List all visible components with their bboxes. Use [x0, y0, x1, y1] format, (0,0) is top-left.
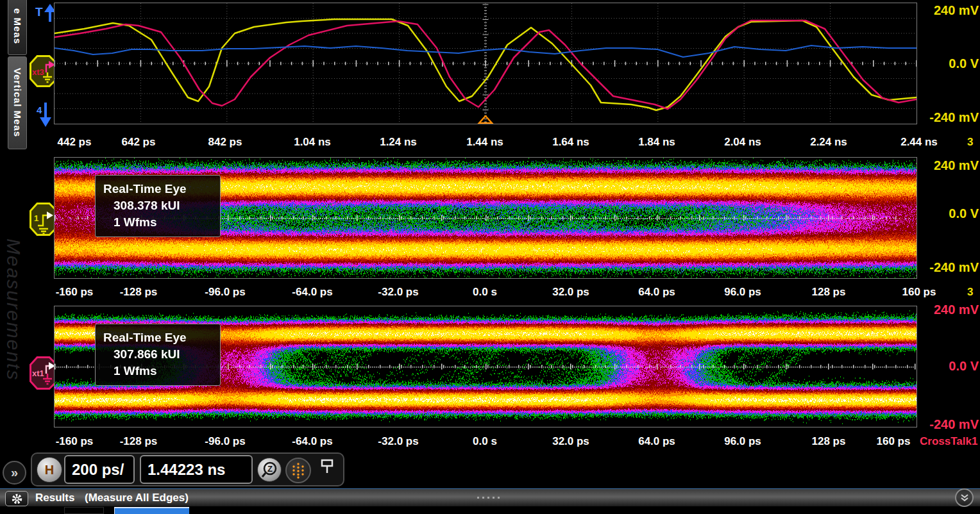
- rt-eye-annotation-lower[interactable]: Real-Time Eye 307.866 kUI 1 Wfms: [95, 324, 221, 386]
- axis-tick-label: 96.0 ps: [724, 433, 761, 451]
- axis-tick-label: 96.0 ps: [724, 283, 761, 301]
- zoom-button[interactable]: Z: [257, 458, 282, 482]
- intensity-grid-button[interactable]: [285, 458, 311, 483]
- axis-tick-label: -96.0 ps: [205, 283, 245, 301]
- axis-tick-label: 1.64 ns: [552, 133, 589, 151]
- axis-tick-label: 64.0 ps: [638, 433, 675, 451]
- sidebar-tab-vertical-meas[interactable]: Vertical Meas: [8, 56, 27, 149]
- axis-tick-label: 1.84 ns: [638, 133, 675, 151]
- axis-tick-label: 442 ps: [58, 133, 92, 151]
- zoom-z-icon: Z: [260, 460, 279, 479]
- rt-eye-wfms: 1 Wfms: [103, 214, 214, 231]
- axis-tick-label: 160 ps: [877, 433, 911, 451]
- axis-tick-label: -64.0 ps: [292, 433, 332, 451]
- y-label-bottom: -240 mV: [921, 110, 979, 125]
- rt-eye-title: Real-Time Eye: [103, 329, 214, 346]
- axis-tick-label: -32.0 ps: [378, 283, 418, 301]
- axis-tick-label: 1.04 ns: [294, 133, 331, 151]
- axis-tick-label: 842 ps: [208, 133, 242, 151]
- axis-tick-label: 2.04 ns: [724, 133, 761, 151]
- results-settings-button[interactable]: [5, 491, 28, 506]
- axis-tick-label: 0.0 s: [473, 433, 497, 451]
- axis-tick-label: 1.44 ns: [466, 133, 503, 151]
- sidebar-tab-vertical-meas-label: Vertical Meas: [12, 68, 23, 137]
- expand-panel-button[interactable]: »: [3, 461, 26, 485]
- axis-tick-label: 160 ps: [902, 283, 936, 301]
- timebase-position-field[interactable]: 1.44223 ns: [140, 455, 253, 484]
- results-bar: Results (Measure All Edges): [0, 488, 980, 506]
- pin-toolbar-button[interactable]: [319, 458, 335, 479]
- results-mode-label: (Measure All Edges): [85, 489, 189, 507]
- bottom-tab-stub[interactable]: [64, 507, 104, 514]
- y-label-top: 240 mV: [921, 3, 979, 18]
- y-label-zero: 0.0 V: [921, 56, 979, 71]
- axis-tick-label: 2.24 ns: [810, 133, 847, 151]
- measurements-watermark: Measurements: [3, 238, 24, 381]
- horizontal-menu-button[interactable]: H: [37, 457, 62, 483]
- channel4-label: 4: [37, 104, 42, 115]
- sidebar-tab-meas-label: e Meas: [12, 8, 23, 44]
- trigger-level-marker[interactable]: T: [35, 3, 56, 27]
- panel-drag-handle[interactable]: [477, 497, 500, 499]
- svg-text:Z: Z: [267, 464, 273, 474]
- timebase-scale-value: 200 ps/: [72, 461, 124, 478]
- rt-eye-annotation-upper[interactable]: Real-Time Eye 308.378 kUI 1 Wfms: [95, 175, 221, 237]
- channel-number-badge: 3: [967, 283, 973, 301]
- trigger-t-label: T: [35, 5, 43, 19]
- axis-tick-label: -128 ps: [120, 433, 158, 451]
- channel4-down-arrow-icon: 4: [36, 101, 55, 128]
- crosstalk-source-label: CrossTalk1: [920, 433, 977, 451]
- axis-tick-label: -160 ps: [56, 433, 94, 451]
- y-label-zero: 0.0 V: [921, 206, 979, 221]
- axis-tick-label: 642 ps: [122, 133, 156, 151]
- y-label-zero: 0.0 V: [921, 359, 979, 374]
- double-chevron-down-icon: [959, 493, 970, 503]
- time-axis-acquisition: 3 442 ps642 ps842 ps1.04 ns1.24 ns1.44 n…: [54, 133, 980, 151]
- pin-icon: [319, 458, 335, 477]
- axis-tick-label: 128 ps: [812, 283, 846, 301]
- axis-tick-label: 2.44 ns: [900, 133, 938, 151]
- rt-eye-title: Real-Time Eye: [103, 181, 214, 197]
- axis-tick-label: 1.24 ns: [380, 133, 417, 151]
- y-label-top: 240 mV: [921, 303, 979, 317]
- rt-eye-ui-count: 308.378 kUI: [103, 197, 214, 214]
- axis-tick-label: -32.0 ps: [378, 433, 418, 451]
- axis-tick-label: 0.0 s: [473, 283, 497, 301]
- waveform-traces: [55, 3, 917, 124]
- xt3-marker-label: xt3: [32, 67, 44, 77]
- axis-tick-label: 32.0 ps: [552, 433, 589, 451]
- axis-tick-label: 128 ps: [812, 433, 846, 451]
- h-button-label: H: [45, 463, 54, 477]
- waveform-plot[interactable]: [54, 3, 917, 124]
- axis-tick-label: -64.0 ps: [292, 283, 332, 301]
- time-axis-eye-upper: 3 -160 ps-128 ps-96.0 ps-64.0 ps-32.0 ps…: [54, 283, 980, 301]
- oscilloscope-screen: e Meas Vertical Meas Measurements T xt3 …: [0, 0, 980, 514]
- timebase-scale-field[interactable]: 200 ps/: [64, 455, 135, 484]
- collapse-results-button[interactable]: [955, 488, 974, 507]
- y-label-bottom: -240 mV: [921, 260, 979, 275]
- channel4-marker[interactable]: 4: [36, 101, 55, 131]
- rt-eye-wfms: 1 Wfms: [103, 363, 214, 379]
- results-label[interactable]: Results: [35, 489, 74, 507]
- time-axis-eye-lower: CrossTalk1 -160 ps-128 ps-96.0 ps-64.0 p…: [54, 433, 980, 451]
- xt1-marker-label: xt1: [32, 369, 44, 378]
- axis-tick-label: -96.0 ps: [205, 433, 245, 451]
- axis-tick-label: 32.0 ps: [552, 283, 589, 301]
- timebase-position-value: 1.44223 ns: [148, 461, 225, 478]
- channel-number-badge: 3: [967, 133, 973, 151]
- axis-tick-label: 64.0 ps: [638, 283, 675, 301]
- eye1-marker-label: 1: [34, 213, 38, 223]
- axis-tick-label: -128 ps: [120, 283, 158, 301]
- y-label-top: 240 mV: [921, 158, 979, 173]
- axis-tick-label: -160 ps: [56, 283, 94, 301]
- y-label-bottom: -240 mV: [921, 417, 979, 432]
- bottom-selected-tab-stub[interactable]: [114, 507, 189, 514]
- rt-eye-ui-count: 307.866 kUI: [103, 346, 214, 363]
- sidebar-tab-meas[interactable]: e Meas: [8, 0, 27, 55]
- gear-icon: [12, 493, 22, 504]
- dotted-columns-icon: [290, 461, 307, 479]
- trigger-up-arrow-icon: T: [35, 3, 56, 24]
